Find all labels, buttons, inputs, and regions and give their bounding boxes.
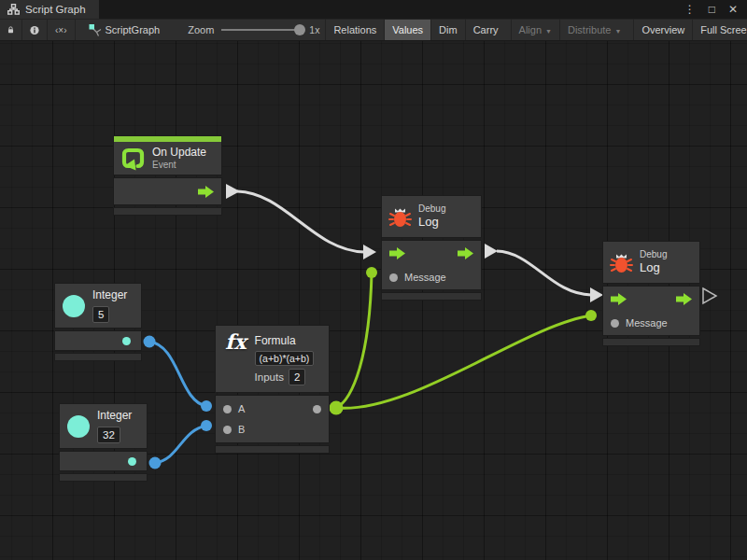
bug-icon [388, 206, 412, 228]
input-b-row: B [216, 419, 329, 440]
node-on-update[interactable]: On Update Event [113, 135, 222, 216]
window-menu-icon[interactable]: ⋮ [684, 4, 696, 15]
input-b-port[interactable] [223, 426, 232, 434]
node-header[interactable]: On Update Event [113, 142, 222, 175]
node-footer [54, 353, 142, 361]
lock-button[interactable] [0, 20, 22, 40]
message-input-port[interactable] [611, 319, 619, 328]
port-label: Message [404, 272, 446, 283]
node-subtitle: Event [152, 160, 206, 172]
node-header[interactable]: Debug Log [602, 241, 700, 284]
edit-graph-button[interactable]: ‹×› [48, 20, 76, 40]
result-output-port[interactable] [313, 405, 321, 413]
integer-literal-icon [62, 294, 86, 318]
close-icon[interactable]: ✕ [728, 4, 738, 15]
align-label: Align [519, 24, 542, 35]
toolbar-button-group: Relations Values Dim Carry Align ▼ Distr… [325, 20, 747, 40]
node-ports [113, 177, 222, 205]
node-category: Debug [640, 249, 667, 261]
integer-output-port[interactable] [128, 457, 136, 466]
input-a-row: A [216, 399, 329, 419]
zoom-slider-handle[interactable] [294, 24, 305, 35]
inputs-label: Inputs [255, 371, 284, 383]
node-footer [215, 445, 330, 454]
tab-script-graph[interactable]: Script Graph [0, 0, 99, 19]
zoom-label: Zoom [180, 20, 216, 40]
info-button[interactable] [22, 20, 48, 40]
full-screen-button[interactable]: Full Screen [692, 20, 747, 40]
chevron-down-icon: ▼ [545, 28, 552, 35]
message-input-port[interactable] [389, 273, 398, 282]
align-button[interactable]: Align ▼ [511, 20, 559, 40]
tab-title: Script Graph [25, 4, 86, 15]
node-formula[interactable]: fx Formula (a+b)*(a+b) Inputs 2 A [215, 325, 330, 454]
event-accent-bar [113, 135, 222, 142]
loop-event-icon [120, 146, 146, 171]
node-footer [59, 473, 148, 482]
zoom-slider-track[interactable] [221, 29, 303, 31]
flow-output-port[interactable] [198, 186, 214, 198]
node-ports: Message [602, 286, 700, 336]
node-ports [54, 330, 142, 351]
dim-button[interactable]: Dim [430, 20, 465, 40]
message-port-row: Message [382, 265, 481, 289]
zoom-slider[interactable]: 1x [216, 20, 325, 40]
node-footer [381, 292, 482, 301]
values-button[interactable]: Values [384, 20, 430, 40]
integer-value-field[interactable]: 32 [97, 427, 120, 443]
node-debug-log-2[interactable]: Debug Log Message [602, 241, 700, 346]
relations-button[interactable]: Relations [325, 20, 384, 40]
node-title: Log [640, 260, 667, 275]
node-title: Integer [97, 409, 132, 423]
node-category: Debug [418, 203, 445, 216]
overview-button[interactable]: Overview [633, 20, 692, 40]
graph-name: ScriptGraph [106, 24, 161, 35]
script-graph-icon [89, 23, 102, 36]
unity-script-graph-window: Script Graph ⋮ □ ✕ ‹×› [0, 0, 747, 560]
bug-icon [610, 252, 633, 273]
node-header[interactable]: Debug Log [381, 195, 482, 238]
hierarchy-icon [7, 4, 20, 15]
code-brackets-icon: ‹×› [55, 25, 67, 35]
node-footer [602, 338, 700, 346]
message-port-row: Message [603, 311, 699, 335]
formula-expression-field[interactable]: (a+b)*(a+b) [255, 351, 315, 366]
integer-value-field[interactable]: 5 [92, 306, 109, 323]
distribute-button[interactable]: Distribute ▼ [559, 20, 628, 40]
node-header[interactable]: fx Formula (a+b)*(a+b) Inputs 2 [215, 325, 330, 393]
info-icon [30, 24, 39, 36]
node-header[interactable]: Integer 5 [54, 283, 142, 329]
maximize-icon[interactable]: □ [709, 4, 715, 15]
node-title: Integer [92, 288, 127, 302]
tab-strip: Script Graph ⋮ □ ✕ [0, 0, 747, 19]
distribute-label: Distribute [568, 24, 611, 35]
node-ports [59, 451, 148, 471]
integer-output-port[interactable] [122, 337, 131, 345]
input-a-port[interactable] [223, 405, 232, 413]
lock-icon [7, 24, 14, 35]
node-title: Formula [255, 334, 296, 347]
port-label: A [238, 403, 245, 414]
flow-output-port[interactable] [676, 293, 692, 305]
node-ports: A B [215, 395, 330, 443]
node-integer-5[interactable]: Integer 5 [54, 283, 142, 361]
inputs-count-field[interactable]: 2 [289, 369, 305, 385]
carry-button[interactable]: Carry [465, 20, 506, 40]
node-title: Log [418, 215, 445, 230]
node-ports: Message [381, 240, 482, 290]
breadcrumb-graph-root[interactable]: ScriptGraph [81, 20, 168, 40]
node-debug-log-1[interactable]: Debug Log Message [381, 195, 482, 301]
node-integer-32[interactable]: Integer 32 [59, 403, 148, 482]
chevron-down-icon: ▼ [614, 28, 621, 35]
node-title: On Update [152, 146, 206, 160]
formula-fx-icon: fx [223, 331, 248, 352]
flow-output-port[interactable] [458, 247, 473, 259]
port-label: B [238, 424, 245, 435]
flow-port-row [382, 241, 481, 265]
flow-input-port[interactable] [389, 247, 405, 259]
flow-input-port[interactable] [611, 293, 627, 305]
node-header[interactable]: Integer 32 [59, 403, 148, 449]
integer-literal-icon [66, 414, 91, 439]
flow-port-row [603, 287, 699, 311]
window-controls: ⋮ □ ✕ [684, 0, 747, 19]
